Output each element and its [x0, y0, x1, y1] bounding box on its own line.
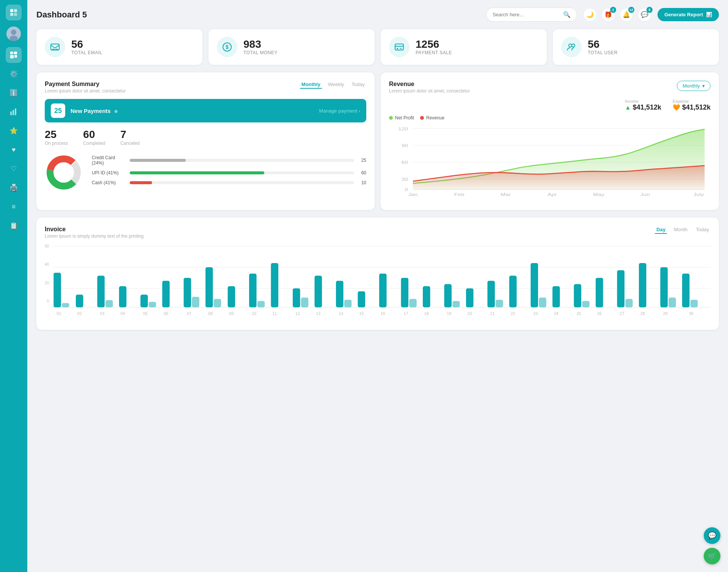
- stat-label-payment: PAYMENT SALE: [416, 50, 452, 55]
- header: Dashboard 5 🔍 🌙 🎁 2 🔔 12 💬 5 Generate Re…: [36, 8, 719, 22]
- main-content: Dashboard 5 🔍 🌙 🎁 2 🔔 12 💬 5 Generate Re…: [27, 0, 728, 572]
- income-arrow-icon: ▲: [625, 104, 631, 111]
- new-payments-bar: 25 New Payments Manage payment ›: [45, 99, 366, 122]
- svg-rect-71: [293, 288, 300, 307]
- svg-text:90: 90: [402, 143, 408, 148]
- payment-summary-tabs: Monthly Weekly Today: [300, 81, 366, 89]
- svg-rect-96: [509, 276, 517, 307]
- svg-text:01: 01: [57, 311, 61, 316]
- pb-fill-upi: [130, 171, 264, 174]
- monthly-dropdown[interactable]: Monthly ▾: [677, 81, 711, 91]
- svg-text:$: $: [226, 44, 229, 50]
- svg-rect-101: [552, 286, 560, 307]
- svg-rect-111: [639, 263, 646, 307]
- on-process-value: 25: [45, 129, 68, 141]
- svg-rect-94: [496, 300, 503, 307]
- sidebar-item-info[interactable]: ℹ️: [6, 85, 22, 101]
- tab-monthly[interactable]: Monthly: [300, 81, 322, 89]
- svg-rect-66: [249, 274, 257, 307]
- svg-point-5: [11, 30, 16, 35]
- svg-rect-86: [423, 286, 430, 307]
- pb-credit-card: Credit Card (24%) 25: [92, 155, 366, 166]
- completed-block: 60 Completed: [83, 129, 105, 146]
- svg-rect-108: [617, 270, 625, 307]
- revenue-title-block: Revenue Lorem ipsum dolor sit amet, cons…: [389, 81, 470, 94]
- invoice-title-block: Invoice Lorem Ipsum is simply dummy text…: [45, 226, 144, 239]
- invoice-chart-wrap: 60 40 20 0 01: [45, 244, 711, 321]
- svg-text:Feb: Feb: [454, 192, 464, 197]
- stat-info-payment: 1256 PAYMENT SALE: [416, 39, 452, 56]
- svg-text:07: 07: [187, 311, 191, 316]
- fab-cart[interactable]: 🛒: [704, 548, 720, 564]
- stat-card-user: 56 TOTAL USER: [553, 29, 719, 65]
- stats-row: 56 TOTAL EMAIL $ 983 TOTAL MONEY: [36, 29, 719, 65]
- y-axis-labels: 60 40 20 0: [45, 244, 49, 303]
- income-block: Income ▲ $41,512k: [625, 99, 661, 111]
- tab-today[interactable]: Today: [694, 226, 711, 234]
- search-bar[interactable]: 🔍: [486, 8, 577, 22]
- expense-block: Expense 🧡 $41,512k: [673, 99, 711, 111]
- sidebar-item-star[interactable]: ⭐: [6, 123, 22, 139]
- sidebar: ⚙️ ℹ️ ⭐ ♥ ♡ 🖨️ ≡ 📋: [0, 0, 27, 572]
- net-profit-dot: [389, 116, 393, 120]
- income-value: ▲ $41,512k: [625, 103, 661, 111]
- sidebar-logo[interactable]: [6, 5, 22, 20]
- generate-report-label: Generate Report: [664, 12, 703, 17]
- sidebar-item-analytics[interactable]: [6, 104, 22, 120]
- svg-rect-103: [574, 284, 582, 307]
- svg-text:Jun: Jun: [640, 192, 650, 197]
- avatar[interactable]: [6, 27, 21, 41]
- sidebar-item-settings[interactable]: ⚙️: [6, 66, 22, 82]
- fab-support[interactable]: 💬: [704, 527, 720, 544]
- payment-summary-title: Payment Summary: [45, 81, 126, 88]
- tab-weekly[interactable]: Weekly: [326, 81, 345, 89]
- sidebar-item-heart[interactable]: ♥: [6, 142, 22, 158]
- svg-text:60: 60: [402, 160, 408, 165]
- search-input[interactable]: [493, 12, 560, 17]
- on-process-label: On process: [45, 141, 68, 146]
- legend-revenue: Revenue: [420, 115, 444, 121]
- svg-rect-98: [531, 263, 538, 307]
- panels-row: Payment Summary Lorem ipsum dolor sit am…: [36, 72, 719, 210]
- revenue-panel: Revenue Lorem ipsum dolor sit amet, cons…: [381, 72, 719, 210]
- tab-today[interactable]: Today: [350, 81, 366, 89]
- stats-mini-row: 25 On process 60 Completed 7 Canceled: [45, 129, 366, 146]
- svg-text:Mar: Mar: [500, 192, 511, 197]
- page-title: Dashboard 5: [36, 10, 480, 20]
- completed-label: Completed: [83, 141, 105, 146]
- sidebar-item-print[interactable]: 🖨️: [6, 180, 22, 196]
- stat-value-email: 56: [71, 39, 102, 50]
- sidebar-item-reports[interactable]: 📋: [6, 218, 22, 234]
- svg-text:22: 22: [511, 311, 515, 316]
- sidebar-item-wishlist[interactable]: ♡: [6, 161, 22, 177]
- stat-info-email: 56 TOTAL EMAIL: [71, 39, 102, 56]
- chat-badge: 5: [646, 7, 653, 13]
- dark-mode-button[interactable]: 🌙: [583, 8, 597, 22]
- svg-point-29: [54, 163, 74, 182]
- manage-payment-link[interactable]: Manage payment ›: [319, 108, 360, 114]
- new-payments-label: New Payments: [71, 108, 314, 114]
- sidebar-item-menu[interactable]: ≡: [6, 199, 22, 215]
- tab-month[interactable]: Month: [672, 226, 689, 234]
- bell-icon-button[interactable]: 🔔 12: [620, 8, 633, 22]
- generate-report-button[interactable]: Generate Report 📊: [657, 8, 719, 21]
- payment-summary-subtitle: Lorem ipsum dolor sit amet, consectetur: [45, 88, 126, 94]
- income-expense-row: Income ▲ $41,512k Expense 🧡 $41,512k: [389, 99, 711, 111]
- svg-rect-114: [668, 298, 676, 307]
- money-icon: $: [217, 37, 237, 57]
- svg-rect-113: [661, 267, 668, 307]
- gift-icon-button[interactable]: 🎁 2: [601, 8, 615, 22]
- svg-point-25: [572, 44, 575, 47]
- sidebar-item-dashboard[interactable]: [6, 47, 22, 63]
- svg-text:30: 30: [689, 311, 693, 316]
- pb-track-cc: [130, 159, 354, 162]
- search-icon: 🔍: [563, 11, 571, 18]
- email-icon: [45, 37, 65, 57]
- chat-icon-button[interactable]: 💬 5: [638, 8, 651, 22]
- tab-day[interactable]: Day: [655, 226, 667, 234]
- invoice-title: Invoice: [45, 226, 144, 233]
- svg-rect-93: [488, 281, 495, 307]
- svg-text:04: 04: [121, 311, 125, 316]
- stat-card-email: 56 TOTAL EMAIL: [36, 29, 202, 65]
- stat-card-payment: 1256 PAYMENT SALE: [381, 29, 547, 65]
